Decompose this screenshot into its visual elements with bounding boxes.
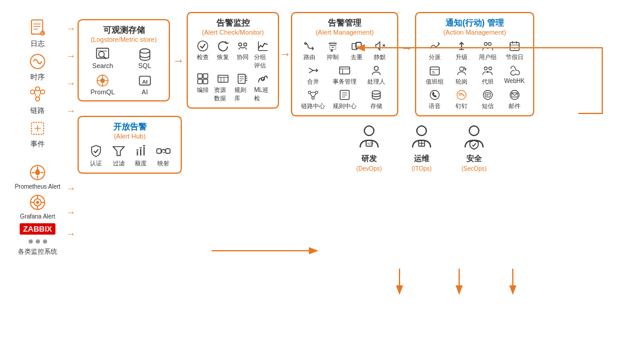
action-email: 邮件	[502, 88, 528, 110]
arrow-zabb: →	[66, 229, 76, 239]
svg-line-98	[310, 93, 312, 97]
mgmt-route: 路由	[298, 39, 321, 61]
svg-line-88	[309, 70, 314, 73]
hub-quota: 额度	[133, 143, 148, 168]
svg-point-96	[312, 97, 314, 99]
mgmt-linkcenter: 链路中心	[298, 88, 329, 110]
obs-sql: SQL	[127, 47, 163, 69]
svg-point-8	[36, 87, 40, 91]
action-webhook: WebHK	[502, 64, 528, 86]
svg-point-19	[35, 170, 41, 176]
arrow-trace: →	[66, 79, 76, 88]
hub-mapping: 映射	[156, 143, 171, 168]
hub-filter: 过滤	[111, 143, 126, 168]
arrow-graf: →	[66, 208, 76, 217]
ops-section: </> 研发 (DevOps) 运维 (ITOps)	[291, 122, 534, 172]
alert-mgmt-box: 告警管理 (Alert Management) 路由	[291, 12, 398, 116]
svg-line-87	[309, 68, 314, 70]
svg-rect-114	[431, 67, 439, 75]
source-timeseries: 时序	[27, 51, 48, 82]
action-usergroup: 用户组	[475, 39, 501, 61]
check-grid-row1: 检查 恢复	[194, 39, 272, 70]
mgmt-row2: 合并 事务管理	[298, 64, 391, 86]
svg-point-37	[101, 78, 105, 82]
mgmt-to-action-arrow: →	[401, 12, 413, 54]
top-row: 可观测存储 (Logstore/Metric store) Search	[78, 12, 279, 109]
check-ml: ML巡检	[254, 72, 272, 103]
arrow-time: →	[66, 51, 76, 61]
svg-rect-53	[218, 75, 228, 82]
svg-rect-72	[157, 149, 161, 153]
svg-point-118	[459, 67, 463, 71]
svg-rect-73	[166, 149, 170, 153]
svg-point-93	[374, 66, 378, 70]
svg-point-104	[372, 91, 380, 94]
source-zabbix: ZABBIX	[20, 222, 55, 235]
check-grid-row2: 编排 资源数据	[194, 72, 272, 103]
svg-point-120	[489, 67, 492, 70]
svg-rect-50	[203, 74, 208, 79]
check-jiecha: 检查	[194, 39, 212, 70]
action-escalate: 升级	[449, 39, 475, 61]
check-to-mgmt-arrow: →	[279, 48, 291, 60]
monitoring-dots	[29, 239, 47, 244]
svg-rect-51	[197, 79, 202, 84]
check-rules: 规则库	[234, 72, 252, 103]
dot-1	[29, 239, 33, 244]
action-dingtalk: 钉钉	[449, 88, 475, 110]
svg-point-127	[484, 90, 493, 99]
mgmt-silence: 静默	[369, 39, 392, 61]
svg-point-46	[244, 43, 247, 46]
svg-point-140	[469, 126, 479, 136]
middle-section: 可观测存储 (Logstore/Metric store) Search	[78, 12, 279, 174]
svg-point-108	[488, 42, 491, 45]
svg-point-10	[36, 97, 40, 101]
check-arrange: 编排	[194, 72, 212, 103]
source-grafana: Grafana Alert	[20, 192, 55, 220]
hub-auth: 认证	[88, 143, 104, 168]
action-rotation: 轮岗	[449, 64, 475, 86]
svg-point-95	[315, 91, 318, 94]
svg-line-126	[462, 93, 465, 96]
action-voice: 语音	[422, 88, 448, 110]
svg-point-136	[417, 126, 426, 136]
svg-point-107	[484, 42, 487, 45]
svg-rect-90	[340, 67, 350, 74]
action-row3: 语音 钉钉	[422, 88, 527, 110]
check-recover: 恢复	[214, 39, 232, 70]
svg-line-12	[39, 90, 41, 92]
mgmt-dedup: 去重	[345, 39, 368, 61]
hub-icons: 认证 过滤	[85, 143, 175, 168]
source-arrows: → → → → → → →	[64, 12, 78, 239]
source-prometheus: Prometheus Alert	[15, 162, 61, 190]
action-row1: 分派 升级	[422, 39, 527, 61]
diagram: t 日志 时序	[0, 0, 644, 357]
obs-to-check-arrow: →	[172, 54, 184, 66]
svg-line-13	[35, 93, 36, 98]
check-cooperate: 协同	[234, 39, 252, 70]
arrow-prom: →	[66, 184, 76, 193]
svg-point-133	[364, 126, 374, 136]
obs-storage-box: 可观测存储 (Logstore/Metric store) Search	[78, 19, 170, 101]
svg-text:AI: AI	[142, 79, 147, 85]
svg-text:t: t	[42, 32, 43, 35]
sources-column: t 日志 时序	[11, 12, 64, 256]
svg-marker-65	[113, 147, 124, 156]
svg-text:</>: </>	[367, 141, 373, 146]
svg-point-119	[484, 67, 487, 70]
svg-rect-82	[356, 42, 361, 48]
check-to-mgmt-arrow-wrapper: →	[279, 12, 291, 60]
action-sms: 短信	[475, 88, 501, 110]
bottom-row: 开放告警 (Alert Hub) 认证	[78, 116, 279, 174]
svg-point-32	[99, 51, 104, 57]
check-resource: 资源数据	[214, 72, 232, 103]
source-trace: 链路	[27, 85, 48, 116]
dot-2	[36, 239, 40, 244]
action-holiday: 节假日	[502, 39, 528, 61]
svg-rect-109	[510, 42, 519, 51]
check-groupeval: 分组评估	[254, 39, 272, 70]
action-dispatch: 分派	[422, 39, 448, 61]
svg-line-14	[39, 93, 41, 98]
mgmt-transaction: 事务管理	[330, 64, 360, 86]
ops-secops: 安全 (SecOps)	[459, 122, 489, 172]
